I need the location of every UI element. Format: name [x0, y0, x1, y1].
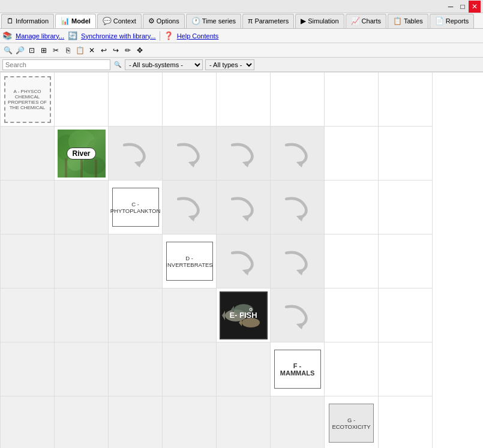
sync-icon: 🔄	[68, 31, 77, 40]
fit-button[interactable]: ⊡	[26, 45, 37, 56]
node-d[interactable]: D - INVERTEBRATES	[166, 242, 213, 281]
tables-icon: 📋	[393, 17, 402, 25]
tab-charts[interactable]: 📈 Charts	[346, 14, 386, 28]
svg-rect-6	[65, 158, 67, 178]
cell-2-0	[1, 181, 55, 234]
cell-6-0	[1, 396, 55, 448]
timeseries-icon: 🕐	[191, 17, 200, 25]
svg-point-28	[250, 309, 251, 310]
toolbar: 📚 Manage library... 🔄 Synchronize with l…	[0, 29, 483, 43]
cell-0-0[interactable]: A - PHYSCO CHEMICAL PROPERTIES OF THE CH…	[1, 73, 55, 127]
title-bar: ─ □ ✕	[0, 0, 483, 13]
close-button[interactable]: ✕	[469, 1, 481, 13]
context-icon: 💬	[103, 17, 112, 25]
cell-3-4	[217, 234, 271, 288]
cell-5-7	[379, 342, 433, 396]
svg-marker-29	[296, 323, 304, 329]
cell-4-0	[1, 288, 55, 342]
tab-reports[interactable]: 📄 Reports	[430, 14, 475, 28]
redo-button[interactable]: ↪	[110, 45, 121, 56]
manage-library-button[interactable]: Manage library...	[16, 32, 64, 40]
cell-0-5	[271, 73, 325, 127]
zoom-in-button[interactable]: 🔍	[2, 45, 13, 56]
minimize-button[interactable]: ─	[445, 1, 457, 13]
move-button[interactable]: ✥	[134, 45, 145, 56]
cell-4-5	[271, 288, 325, 342]
river-label: River	[67, 148, 95, 160]
parameters-icon: π	[248, 17, 253, 25]
svg-marker-15	[296, 215, 304, 221]
main-area[interactable]: A - PHYSCO CHEMICAL PROPERTIES OF THE CH…	[0, 72, 483, 448]
svg-marker-16	[242, 269, 250, 275]
tab-simulation[interactable]: ▶ Simulation	[295, 14, 344, 28]
pencil-button[interactable]: ✏	[122, 45, 133, 56]
charts-icon: 📈	[351, 17, 360, 25]
search-submit-icon[interactable]: 🔍	[113, 60, 122, 70]
help-icon: ❓	[164, 31, 173, 40]
cell-3-6	[325, 234, 379, 288]
tab-context[interactable]: 💬 Context	[97, 14, 142, 28]
delete-button[interactable]: ✕	[86, 45, 97, 56]
subsystem-select[interactable]: - All sub-systems -	[125, 59, 203, 70]
tab-tables[interactable]: 📋 Tables	[388, 14, 428, 28]
cell-3-3[interactable]: D - INVERTEBRATES	[163, 234, 217, 288]
cell-1-6	[325, 127, 379, 181]
cell-6-1	[55, 396, 109, 448]
svg-marker-13	[188, 215, 196, 221]
zoom-100-button[interactable]: ⊞	[38, 45, 49, 56]
cell-6-3	[163, 396, 217, 448]
tab-information[interactable]: 🗒 Information	[1, 14, 54, 28]
tab-model[interactable]: 📊 Model	[55, 14, 96, 28]
node-c[interactable]: C - PHYTOPLANKTON	[112, 188, 159, 227]
fish-label: E- FISH	[229, 311, 257, 320]
node-a[interactable]: A - PHYSCO CHEMICAL PROPERTIES OF THE CH…	[4, 76, 51, 123]
cell-5-6	[325, 342, 379, 396]
cell-3-2	[109, 234, 163, 288]
copy-button[interactable]: ⎘	[62, 45, 73, 56]
search-input[interactable]	[2, 59, 110, 70]
zoom-out-button[interactable]: 🔎	[14, 45, 25, 56]
toolbar-separator	[160, 31, 160, 41]
tab-timeseries[interactable]: 🕐 Time series	[186, 14, 241, 28]
cell-4-4[interactable]: E- FISH	[217, 288, 271, 342]
cell-0-3	[163, 73, 217, 127]
cell-2-4	[217, 181, 271, 234]
cell-3-7	[379, 234, 433, 288]
cell-4-2	[109, 288, 163, 342]
cell-2-6	[325, 181, 379, 234]
svg-marker-12	[296, 161, 304, 167]
icon-toolbar: 🔍 🔎 ⊡ ⊞ ✂ ⎘ 📋 ✕ ↩ ↪ ✏ ✥	[0, 43, 483, 58]
undo-button[interactable]: ↩	[98, 45, 109, 56]
help-contents-button[interactable]: Help Contents	[177, 32, 219, 40]
cell-4-6	[325, 288, 379, 342]
cell-4-1	[55, 288, 109, 342]
node-g[interactable]: G - ECOTOXICITY	[329, 404, 374, 443]
type-select[interactable]: - All types -	[205, 59, 254, 70]
cell-2-2[interactable]: C - PHYTOPLANKTON	[109, 181, 163, 234]
node-e[interactable]: E- FISH	[220, 291, 268, 339]
cell-3-1	[55, 234, 109, 288]
svg-marker-9	[134, 161, 142, 167]
cell-1-3	[163, 127, 217, 181]
paste-button[interactable]: 📋	[74, 45, 85, 56]
cell-4-7	[379, 288, 433, 342]
matrix-grid: A - PHYSCO CHEMICAL PROPERTIES OF THE CH…	[0, 72, 483, 448]
cell-1-1[interactable]: River	[55, 127, 109, 181]
synchronize-library-button[interactable]: Synchronize with library...	[81, 32, 156, 40]
cell-6-6[interactable]: G - ECOTOXICITY	[325, 396, 379, 448]
svg-marker-10	[188, 161, 196, 167]
cell-0-7	[379, 73, 433, 127]
search-bar: 🔍 - All sub-systems - - All types -	[0, 58, 483, 72]
cell-5-5[interactable]: F - MAMMALS	[271, 342, 325, 396]
tab-parameters[interactable]: π Parameters	[242, 14, 294, 28]
node-f[interactable]: F - MAMMALS	[274, 350, 321, 389]
cut-button[interactable]: ✂	[50, 45, 61, 56]
tab-options[interactable]: ⚙ Options	[143, 14, 185, 28]
cell-6-2	[109, 396, 163, 448]
simulation-icon: ▶	[301, 17, 306, 25]
river-node[interactable]: River	[58, 130, 106, 178]
information-icon: 🗒	[7, 17, 14, 25]
maximize-button[interactable]: □	[457, 1, 469, 13]
cell-6-5	[271, 396, 325, 448]
reports-icon: 📄	[435, 17, 444, 25]
